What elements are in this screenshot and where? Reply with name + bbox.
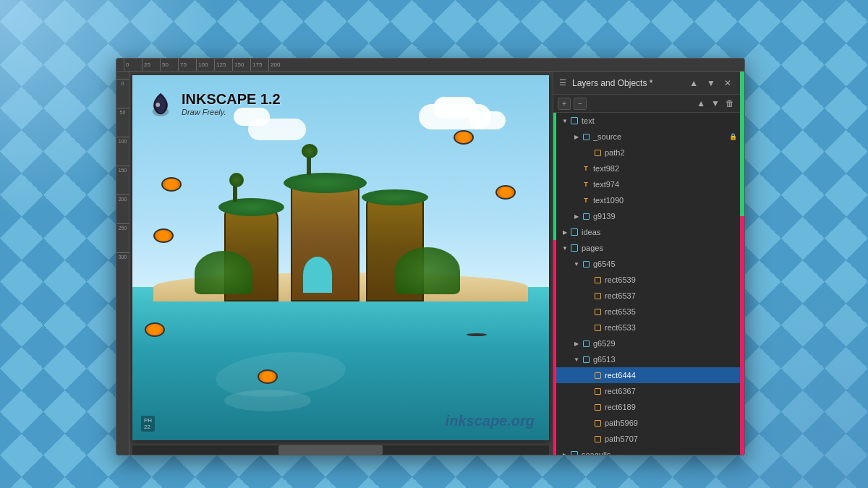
move-up-button[interactable]: ▲ (695, 97, 707, 110)
color-bar (553, 415, 556, 431)
layer-item-rect6533-item[interactable]: rect6533 (553, 320, 740, 335)
delete-button[interactable]: 🗑 (724, 97, 736, 110)
layer-item-path2-item[interactable]: path2 (553, 145, 740, 160)
ruler-vertical: 0 50 100 150 200 250 300 (116, 72, 129, 455)
lower-vegetation-2 (395, 247, 460, 294)
toggle-none (584, 403, 592, 411)
layer-item-pages-layer[interactable]: ▼ pages (553, 240, 740, 256)
layer-item-seagulls-layer[interactable]: ▶ seagulls (553, 447, 740, 455)
layer-item-path5969-item[interactable]: path5969 (553, 415, 740, 431)
color-bar (553, 367, 556, 383)
group-icon (581, 132, 591, 142)
layers-toolbar: + − ▲ ▼ 🗑 (553, 95, 740, 113)
panel-title-area: ☰ Layers and Objects * (559, 78, 652, 88)
toggle-collapsed[interactable]: ▶ (572, 339, 581, 348)
scrollbar-thumb[interactable] (278, 445, 383, 455)
inkscape-title-block: INKSCAPE 1.2 Draw Freely. (182, 91, 281, 116)
text-obj-icon: T (581, 195, 591, 205)
ruler-mark-175: 175 (250, 59, 268, 72)
toggle-none (584, 148, 592, 157)
toggle-collapsed[interactable]: ▶ (561, 450, 569, 455)
group-icon (581, 338, 591, 348)
bee-2 (153, 228, 174, 244)
scrollbar-horizontal[interactable] (132, 445, 549, 455)
toggle-collapsed[interactable]: ▶ (561, 228, 569, 236)
color-bar (553, 176, 556, 192)
panel-header: ☰ Layers and Objects * ▲ ▼ ✕ (553, 72, 740, 95)
layer-item-g9139-item[interactable]: ▶ g9139 (553, 208, 740, 224)
panel-title-text: Layers and Objects (572, 78, 647, 88)
rect-icon (592, 322, 603, 333)
toggle-collapsed[interactable]: ▶ (572, 132, 581, 141)
layer-item-ideas-layer[interactable]: ▶ ideas (553, 224, 740, 240)
layer-item-rect6539-item[interactable]: rect6539 (553, 272, 740, 288)
item-label: pages (582, 244, 728, 252)
item-label: rect6444 (605, 371, 728, 380)
remove-layer-button[interactable]: − (574, 98, 587, 110)
item-label: rect6367 (605, 387, 728, 395)
ruler-mark-0: 0 (124, 59, 142, 72)
panel-header-icons: ▲ ▼ ✕ (686, 77, 734, 90)
bee-7 (258, 369, 278, 385)
layers-icon: ☰ (559, 78, 566, 87)
rock-2-vegetation (284, 173, 367, 193)
cloud-3 (469, 111, 506, 129)
layer-item-rect6535-item[interactable]: rect6535 (553, 304, 740, 320)
layer-item-rect6367-item[interactable]: rect6367 (553, 383, 740, 399)
add-layer-button[interactable]: + (558, 98, 571, 110)
panel-close[interactable]: ✕ (721, 77, 734, 90)
color-bar (553, 431, 556, 447)
color-bar (553, 208, 556, 224)
ruler-mark-25: 25 (142, 59, 160, 72)
toggle-none (584, 307, 592, 316)
color-bar (553, 272, 556, 288)
item-label: path5707 (605, 435, 728, 443)
item-label: text1090 (593, 196, 728, 205)
item-label: rect6535 (605, 307, 728, 316)
layer-item-text1090-item[interactable]: T text1090 (553, 192, 740, 208)
ruler-v-mark-150: 150 (116, 166, 129, 194)
layer-item-g6513-group[interactable]: ▼ g6513 (553, 351, 740, 367)
layer-item-path5707-item[interactable]: path5707 (553, 431, 740, 447)
panel-accent-bar (740, 72, 744, 455)
color-bar (553, 447, 556, 455)
ruler-horizontal: 0 25 50 75 100 125 150 175 200 (116, 59, 744, 72)
main-window: 0 25 50 75 100 125 150 175 200 0 50 100 … (116, 58, 745, 455)
layer-item-text974-item[interactable]: T text974 (553, 176, 740, 192)
artwork-canvas[interactable]: INKSCAPE 1.2 Draw Freely. inkscape.org P… (132, 75, 549, 440)
canvas-area[interactable]: 0 50 100 150 200 250 300 (116, 72, 553, 455)
item-label: rect6533 (605, 323, 728, 332)
layer-item-rect6537-item[interactable]: rect6537 (553, 288, 740, 304)
layers-panel-wrapper: ☰ Layers and Objects * ▲ ▼ ✕ + − (553, 72, 744, 455)
ruler-mark-125: 125 (214, 59, 232, 72)
bee-5 (145, 322, 165, 338)
move-down-button[interactable]: ▼ (710, 97, 721, 110)
toggle-collapsed[interactable]: ▶ (572, 212, 581, 221)
panel-chevron-down[interactable]: ▼ (704, 77, 718, 90)
rect-icon (592, 370, 603, 380)
layer-item-g6545-group[interactable]: ▼ g6545 (553, 256, 740, 272)
item-label: text982 (593, 164, 728, 173)
panel-chevron-up[interactable]: ▲ (686, 77, 701, 90)
layer-item-rect6444-item[interactable]: rect6444 (553, 367, 740, 383)
svg-point-1 (156, 103, 160, 107)
toggle-expanded[interactable]: ▼ (561, 116, 569, 125)
layer-item-rect6189-item[interactable]: rect6189 (553, 399, 740, 415)
lower-vegetation-1 (195, 251, 252, 294)
layer-item-source-group[interactable]: ▶ _source 🔒 (553, 129, 740, 145)
layer-item-g6529-group[interactable]: ▶ g6529 (553, 335, 740, 351)
layer-item-text982-item[interactable]: T text982 (553, 160, 740, 176)
bee-6 (467, 333, 487, 349)
toggle-expanded[interactable]: ▼ (572, 260, 581, 268)
lock-icon[interactable]: 🔒 (728, 133, 737, 140)
ruler-v-mark-100: 100 (116, 137, 129, 166)
layers-panel: ☰ Layers and Objects * ▲ ▼ ✕ + − (553, 72, 740, 455)
toggle-expanded[interactable]: ▼ (561, 244, 569, 252)
rect-icon (592, 275, 603, 285)
toggle-expanded[interactable]: ▼ (572, 355, 581, 364)
ruler-mark-50: 50 (160, 59, 178, 72)
layer-item-text-layer[interactable]: ▼ text (553, 113, 740, 129)
toggle-none (584, 387, 592, 395)
color-bar (553, 145, 556, 160)
layers-list[interactable]: ▼ text ▶ _source 🔒 path2 T text982 T tex… (553, 113, 740, 455)
